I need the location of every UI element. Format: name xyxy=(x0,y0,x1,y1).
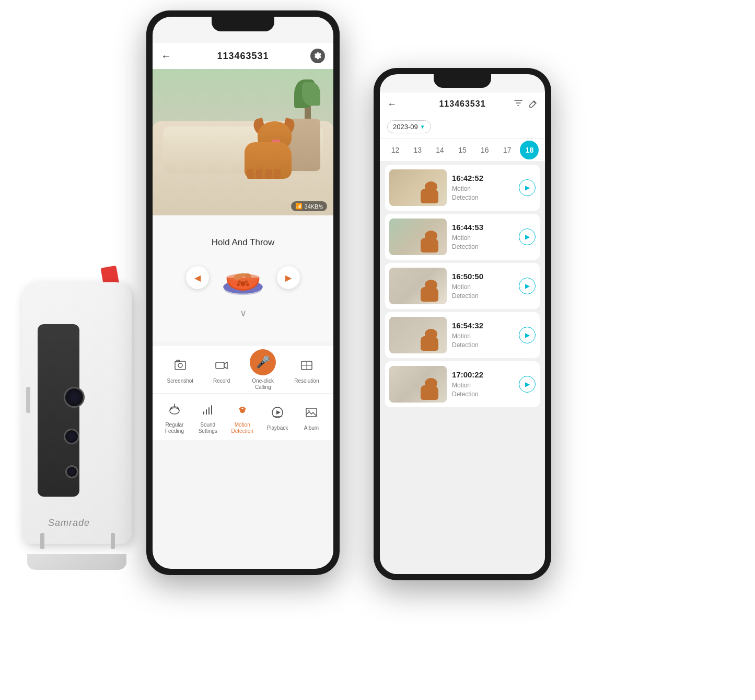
camera-lens-small xyxy=(65,465,78,478)
motion-detection-icon xyxy=(233,399,252,419)
record-label: Record xyxy=(213,378,230,384)
days-bar: 12 13 14 15 16 17 18 xyxy=(380,139,545,162)
recording-thumb-2 xyxy=(389,219,447,255)
phone1-title: 113463531 xyxy=(217,51,269,62)
camera-vent-left xyxy=(40,533,44,549)
resolution-label: Resolution xyxy=(294,378,319,384)
one-click-calling-button[interactable]: 🎤 One-clickCalling xyxy=(250,349,276,391)
recording-item-1[interactable]: 16:42:52 MotionDetection ▶ xyxy=(385,165,540,211)
svg-point-5 xyxy=(237,283,239,286)
play-button-1[interactable]: ▶ xyxy=(519,179,536,196)
svg-point-6 xyxy=(246,283,249,286)
phone1-notch xyxy=(212,17,274,31)
playback-button[interactable]: Playback xyxy=(267,403,288,431)
recording-item-5[interactable]: 17:00:22 MotionDetection ▶ xyxy=(385,361,540,407)
day-13[interactable]: 13 xyxy=(408,141,427,159)
day-17[interactable]: 17 xyxy=(498,141,517,159)
play-button-5[interactable]: ▶ xyxy=(519,376,536,393)
recording-thumb-4 xyxy=(389,317,447,353)
phone2-edit-button[interactable] xyxy=(528,98,538,110)
day-12[interactable]: 12 xyxy=(386,141,404,159)
speed-badge: 📶 34KB/s xyxy=(291,201,327,211)
recording-time-4: 16:54:32 xyxy=(452,321,514,330)
date-value: 2023-09 xyxy=(393,123,418,131)
sound-settings-icon xyxy=(198,399,218,419)
day-15[interactable]: 15 xyxy=(453,141,472,159)
phone1-screen: ← 113463531 xyxy=(153,17,333,569)
svg-point-13 xyxy=(178,363,182,368)
recording-info-1: 16:42:52 MotionDetection xyxy=(452,174,514,202)
day-16[interactable]: 16 xyxy=(475,141,494,159)
phone2-back-button[interactable]: ← xyxy=(387,99,397,110)
camera-side-button[interactable] xyxy=(26,387,30,413)
phone1-settings-button[interactable] xyxy=(310,49,325,63)
playback-label: Playback xyxy=(267,425,288,431)
album-button[interactable]: Album xyxy=(301,403,321,431)
svg-point-27 xyxy=(240,407,242,408)
dog-image xyxy=(234,127,302,179)
regular-feeding-button[interactable]: RegularFeeding xyxy=(165,399,184,434)
svg-marker-34 xyxy=(521,100,522,101)
svg-point-10 xyxy=(227,274,260,281)
recording-label-1: MotionDetection xyxy=(452,185,514,202)
camera-body: Samrade xyxy=(22,282,132,544)
recording-info-4: 16:54:32 MotionDetection xyxy=(452,321,514,350)
recording-item-4[interactable]: 16:54:32 MotionDetection ▶ xyxy=(385,312,540,358)
recording-label-2: MotionDetection xyxy=(452,234,514,251)
screenshot-icon xyxy=(170,355,190,375)
recording-thumb-1 xyxy=(389,169,447,206)
svg-point-28 xyxy=(242,407,245,408)
playback-icon xyxy=(268,403,287,422)
day-18[interactable]: 18 xyxy=(520,141,539,159)
phone1-back-button[interactable]: ← xyxy=(161,50,171,62)
recording-thumb-5 xyxy=(389,366,447,403)
record-icon xyxy=(212,355,231,375)
sound-settings-button[interactable]: SoundSettings xyxy=(198,399,218,434)
record-button[interactable]: Record xyxy=(212,355,231,384)
play-button-2[interactable]: ▶ xyxy=(519,228,536,245)
resolution-button[interactable]: Resolution xyxy=(294,355,319,384)
motion-detection-label: MotionDetection xyxy=(231,422,253,434)
recording-item-3[interactable]: 16:50:50 MotionDetection ▶ xyxy=(385,263,540,309)
one-click-calling-label: One-clickCalling xyxy=(252,378,274,391)
recording-label-3: MotionDetection xyxy=(452,283,514,301)
screenshot-button[interactable]: Screenshot xyxy=(167,355,194,384)
resolution-icon xyxy=(297,355,317,375)
play-button-4[interactable]: ▶ xyxy=(519,327,536,343)
next-arrow-button[interactable]: ▶ xyxy=(277,266,300,289)
recording-info-2: 16:44:53 MotionDetection xyxy=(452,223,514,251)
svg-point-2 xyxy=(241,281,246,286)
phone2-screen: ← 113463531 2023-09 ▼ xyxy=(380,74,545,574)
svg-marker-30 xyxy=(276,410,281,415)
hold-throw-section: Hold And Throw ◀ xyxy=(153,215,333,341)
wifi-icon: 📶 xyxy=(295,203,303,210)
phone-main: ← 113463531 xyxy=(146,10,340,575)
camera-base xyxy=(27,554,126,570)
camera-lens-main xyxy=(64,387,85,408)
recording-thumb-3 xyxy=(389,268,447,304)
hold-throw-controls: ◀ xyxy=(186,254,300,301)
recording-item-2[interactable]: 16:44:53 MotionDetection ▶ xyxy=(385,214,540,260)
recording-time-5: 17:00:22 xyxy=(452,370,514,379)
phone1-header: ← 113463531 xyxy=(153,43,333,69)
date-picker-button[interactable]: 2023-09 ▼ xyxy=(387,120,431,133)
phone1-video-feed[interactable]: 📶 34KB/s xyxy=(153,69,333,215)
recording-label-5: MotionDetection xyxy=(452,381,514,399)
bowl-icon xyxy=(219,254,266,301)
phone2-filter-button[interactable] xyxy=(514,98,523,110)
sound-settings-label: SoundSettings xyxy=(199,422,217,434)
controls-row-1: Screenshot Record 🎤 One-clickCalling xyxy=(153,346,333,393)
camera-device: Samrade xyxy=(22,251,137,554)
expand-button[interactable]: ∨ xyxy=(240,307,247,319)
prev-arrow-button[interactable]: ◀ xyxy=(186,266,209,289)
day-14[interactable]: 14 xyxy=(431,141,449,159)
camera-lens-panel xyxy=(38,324,79,497)
play-button-3[interactable]: ▶ xyxy=(519,278,536,294)
controls-row-2: RegularFeeding SoundSettings xyxy=(153,393,333,440)
date-dropdown-icon: ▼ xyxy=(420,124,425,130)
motion-detection-button[interactable]: MotionDetection xyxy=(231,399,253,434)
svg-point-33 xyxy=(308,410,310,412)
recording-time-3: 16:50:50 xyxy=(452,272,514,281)
recording-time-1: 16:42:52 xyxy=(452,174,514,182)
recording-info-5: 17:00:22 MotionDetection xyxy=(452,370,514,399)
